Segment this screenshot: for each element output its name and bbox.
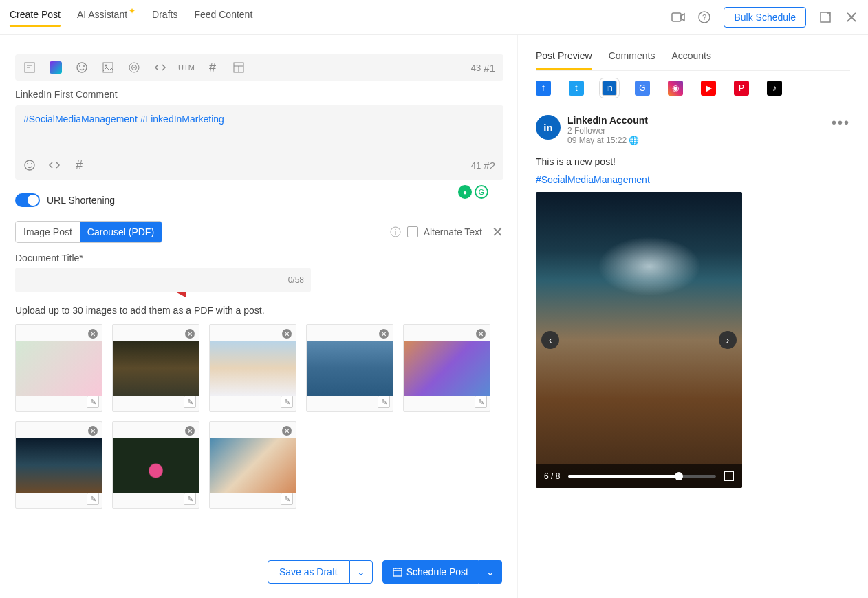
code-icon-2[interactable]	[48, 159, 61, 171]
schedule-post-caret[interactable]: ⌄	[479, 560, 502, 584]
emoji-icon-2[interactable]	[23, 159, 36, 171]
thumb-remove-icon[interactable]: ✕	[282, 329, 292, 339]
social-selector: f t in G ◉ ▶ P ♪	[536, 81, 850, 96]
youtube-icon[interactable]: ▶	[701, 81, 716, 96]
video-icon[interactable]	[671, 10, 685, 24]
preview-tabs: Post Preview Comments Accounts	[536, 50, 850, 71]
hashtag-icon-2[interactable]: #	[73, 159, 85, 171]
suggestion-icon[interactable]: ●	[458, 185, 472, 199]
avatar: in	[536, 115, 561, 140]
utm-icon[interactable]: UTM	[180, 61, 193, 74]
linkedin-icon[interactable]: in	[602, 81, 617, 96]
info-icon[interactable]: i	[389, 226, 402, 238]
remove-media-icon[interactable]: ✕	[492, 224, 503, 240]
comment-hashtags: #SocialMediaManagement #LinkedInMarketin…	[23, 114, 495, 125]
thumb-2[interactable]: ✕✎	[112, 324, 199, 412]
svg-rect-8	[103, 63, 113, 72]
first-comment-label: LinkedIn First Comment	[15, 89, 503, 100]
tab-comments[interactable]: Comments	[609, 50, 655, 70]
help-icon[interactable]: ?	[697, 10, 711, 24]
thumb-6[interactable]: ✕✎	[15, 421, 102, 509]
thumb-remove-icon[interactable]: ✕	[379, 329, 389, 339]
alt-text-label: Alternate Text	[424, 226, 482, 237]
google-business-icon[interactable]: G	[635, 81, 650, 96]
thumb-remove-icon[interactable]: ✕	[185, 329, 195, 339]
svg-point-7	[83, 65, 85, 67]
twitter-icon[interactable]: t	[569, 81, 584, 96]
tab-post-preview[interactable]: Post Preview	[536, 50, 592, 70]
first-comment-box[interactable]: #SocialMediaManagement #LinkedInMarketin…	[15, 105, 503, 180]
thumb-edit-icon[interactable]: ✎	[378, 396, 390, 408]
right-panel: Post Preview Comments Accounts f t in G …	[517, 35, 868, 598]
url-shortening-toggle[interactable]	[15, 193, 40, 207]
thumb-7[interactable]: ✕✎	[112, 421, 199, 509]
tab-ai-label: AI Assistant	[77, 9, 127, 20]
doc-title-input[interactable]	[15, 268, 311, 292]
thumb-remove-icon[interactable]: ✕	[185, 426, 195, 436]
tab-feed-content[interactable]: Feed Content	[194, 9, 252, 25]
svg-point-6	[79, 65, 80, 67]
seg-carousel-pdf[interactable]: Carousel (PDF)	[80, 222, 162, 242]
thumb-edit-icon[interactable]: ✎	[281, 396, 293, 408]
carousel-next-icon[interactable]: ›	[719, 331, 737, 349]
template-icon[interactable]	[23, 61, 36, 74]
tab-accounts[interactable]: Accounts	[671, 50, 711, 70]
top-actions: ? Bulk Schedule	[671, 7, 858, 28]
thumb-4[interactable]: ✕✎	[306, 324, 393, 412]
expand-icon[interactable]	[818, 10, 832, 24]
doc-title-label: Document Title*	[15, 253, 503, 264]
tab-create-post[interactable]: Create Post	[10, 9, 61, 25]
grammarly-icon[interactable]: G	[475, 185, 488, 199]
thumb-remove-icon[interactable]: ✕	[282, 426, 292, 436]
bulk-schedule-button[interactable]: Bulk Schedule	[724, 7, 806, 28]
thumb-1[interactable]: ✕✎	[15, 324, 102, 412]
account-name: LinkedIn Account	[567, 115, 648, 126]
tiktok-icon[interactable]: ♪	[767, 81, 782, 96]
thumb-edit-icon[interactable]: ✎	[281, 493, 293, 505]
char-count-2: 41 #2	[471, 160, 495, 171]
upload-hint: Upload up to 30 images to add them as a …	[15, 305, 503, 316]
thumb-remove-icon[interactable]: ✕	[476, 329, 486, 339]
thumb-edit-icon[interactable]: ✎	[184, 396, 196, 408]
calendar-icon	[393, 567, 402, 577]
code-icon[interactable]	[154, 61, 166, 74]
close-icon[interactable]	[845, 10, 858, 24]
save-draft-caret[interactable]: ⌄	[349, 560, 373, 584]
thumb-remove-icon[interactable]: ✕	[88, 426, 98, 436]
svg-rect-3	[821, 12, 830, 22]
carousel-footer: 6 / 8	[536, 464, 742, 488]
image-icon[interactable]	[102, 61, 114, 74]
tab-ai-assistant[interactable]: AI Assistant✦	[77, 9, 135, 25]
left-panel: UTM # 43 #1 LinkedIn First Comment #Soci…	[0, 35, 517, 598]
emoji-icon[interactable]	[76, 61, 88, 74]
thumb-edit-icon[interactable]: ✎	[184, 493, 196, 505]
canva-icon[interactable]	[50, 61, 62, 74]
carousel-progress[interactable]	[568, 475, 716, 478]
fullscreen-icon[interactable]	[724, 471, 734, 481]
carousel-prev-icon[interactable]: ‹	[541, 331, 559, 349]
pinterest-icon[interactable]: P	[734, 81, 749, 96]
thumb-edit-icon[interactable]: ✎	[475, 396, 487, 408]
post-menu-icon[interactable]: •••	[832, 115, 850, 131]
save-draft-button[interactable]: Save as Draft	[268, 560, 349, 584]
seg-image-post[interactable]: Image Post	[16, 222, 80, 242]
thumb-edit-icon[interactable]: ✎	[87, 396, 99, 408]
thumb-3[interactable]: ✕✎	[209, 324, 296, 412]
hashtag-icon[interactable]: #	[206, 61, 219, 74]
layout-icon[interactable]	[232, 61, 245, 74]
tab-drafts[interactable]: Drafts	[152, 9, 177, 25]
target-icon[interactable]	[128, 61, 140, 74]
svg-point-9	[105, 65, 107, 67]
instagram-icon[interactable]: ◉	[668, 81, 683, 96]
thumb-remove-icon[interactable]: ✕	[88, 329, 98, 339]
schedule-post-button[interactable]: Schedule Post	[382, 560, 479, 584]
thumb-edit-icon[interactable]: ✎	[87, 493, 99, 505]
svg-text:?: ?	[702, 13, 706, 21]
thumb-8[interactable]: ✕✎	[209, 421, 296, 509]
post-text: This is a new post!	[536, 156, 850, 167]
char-count-1: 43 #1	[471, 62, 495, 74]
alt-text-checkbox[interactable]	[407, 226, 418, 237]
follower-count: 2 Follower	[567, 126, 648, 136]
thumb-5[interactable]: ✕✎	[403, 324, 490, 412]
facebook-icon[interactable]: f	[536, 81, 551, 96]
